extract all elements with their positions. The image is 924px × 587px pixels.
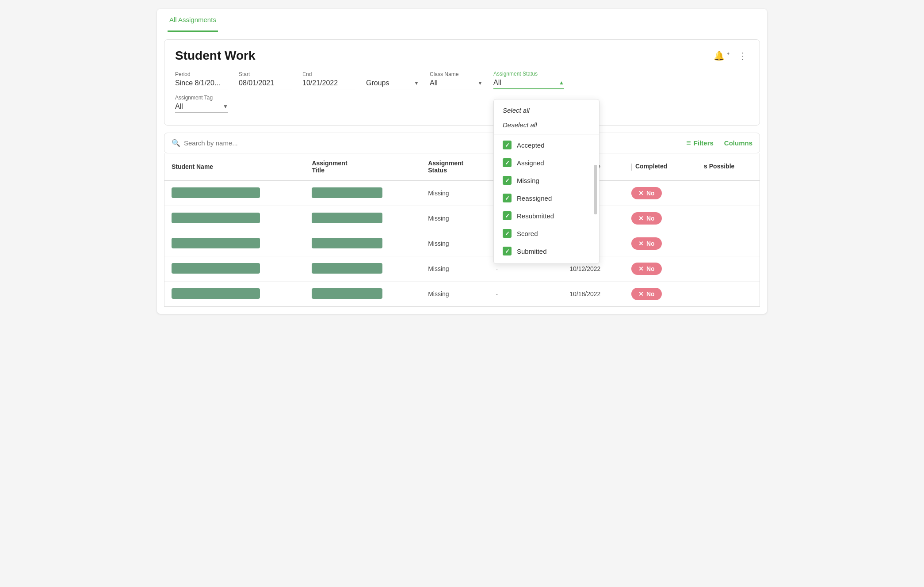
checkbox-scored[interactable] xyxy=(503,229,512,238)
no-badge: ✕ No xyxy=(631,187,662,199)
dropdown-option-reassigned[interactable]: Reassigned xyxy=(494,189,599,207)
checkbox-assigned[interactable] xyxy=(503,158,512,167)
scrollbar-track[interactable] xyxy=(594,99,597,263)
assignment-status-cell: Missing xyxy=(421,206,489,231)
class-name-chevron-icon: ▼ xyxy=(477,80,483,86)
completed-cell: ✕ No xyxy=(624,231,693,256)
points-possible-cell xyxy=(693,256,760,282)
assignment-title-cell xyxy=(305,282,421,307)
period-value: Since 8/1/20... xyxy=(175,79,228,89)
dropdown-divider xyxy=(494,134,599,134)
checkbox-accepted[interactable] xyxy=(503,141,512,149)
assignment-status-chevron-icon: ▲ xyxy=(559,80,564,86)
groups-chevron-icon: ▼ xyxy=(414,80,419,86)
scrollbar-thumb[interactable] xyxy=(594,165,597,214)
points-possible-cell xyxy=(693,180,760,206)
filter-class-name[interactable]: Class Name All ▼ xyxy=(430,71,483,89)
filters-row-2: Assignment Tag All ▼ xyxy=(175,95,749,113)
groups-label xyxy=(366,71,419,77)
assignment-title-cell xyxy=(305,206,421,231)
col-header-assignment-title: AssignmentTitle xyxy=(305,153,421,180)
filter-assignment-status[interactable]: Assignment Status All ▲ Select all Desel… xyxy=(493,71,564,89)
x-icon: ✕ xyxy=(638,190,644,197)
turned-in-at-cell: - xyxy=(489,282,563,307)
search-input-wrap: 🔍 xyxy=(172,139,676,147)
option-label-accepted: Accepted xyxy=(517,141,545,149)
no-badge: ✕ No xyxy=(631,288,662,300)
assignment-tag-value: All xyxy=(175,103,183,111)
assignment-tag-label: Assignment Tag xyxy=(175,95,228,101)
filters-row-1: Period Since 8/1/20... Start 08/01/2021 … xyxy=(175,71,749,89)
start-label: Start xyxy=(239,71,292,77)
no-badge: ✕ No xyxy=(631,263,662,275)
student-name-cell xyxy=(164,231,305,256)
assignment-title-bar xyxy=(312,187,382,198)
x-icon: ✕ xyxy=(638,265,644,272)
bell-icon-button[interactable]: 🔔 + xyxy=(712,49,731,63)
option-label-reassigned: Reassigned xyxy=(517,194,552,202)
filter-groups[interactable]: Groups ▼ xyxy=(366,71,419,89)
checkbox-reassigned[interactable] xyxy=(503,194,512,202)
assignment-title-cell xyxy=(305,231,421,256)
columns-label: Columns xyxy=(724,139,752,147)
dropdown-option-accepted[interactable]: Accepted xyxy=(494,136,599,154)
assignments-table: Student Name AssignmentTitle AssignmentS… xyxy=(164,153,760,306)
deselect-all-label: Deselect all xyxy=(503,121,537,129)
select-all-label: Select all xyxy=(503,107,530,114)
student-name-cell xyxy=(164,206,305,231)
student-name-cell xyxy=(164,282,305,307)
assignment-status-select[interactable]: All ▲ xyxy=(493,79,564,89)
table-row: Missing-9/27/2022✕ No xyxy=(164,180,760,206)
deselect-all-option[interactable]: Deselect all xyxy=(494,118,599,132)
more-icon: ⋮ xyxy=(738,51,747,61)
assignment-title-bar xyxy=(312,263,382,274)
search-input[interactable] xyxy=(184,139,676,147)
assignment-status-value: All xyxy=(493,79,501,87)
columns-button[interactable]: Columns xyxy=(724,139,752,147)
completed-cell: ✕ No xyxy=(624,256,693,282)
bell-icon: 🔔 xyxy=(714,51,725,61)
col-header-student-name: Student Name xyxy=(164,153,305,180)
more-menu-button[interactable]: ⋮ xyxy=(737,49,749,63)
dropdown-option-scored[interactable]: Scored xyxy=(494,225,599,242)
card-header: Student Work 🔔 + ⋮ xyxy=(175,49,749,63)
assignment-tag-chevron-icon: ▼ xyxy=(223,103,228,110)
assignment-title-cell xyxy=(305,256,421,282)
col-header-points-possible: s Possible xyxy=(693,153,760,180)
assignment-status-cell: Missing xyxy=(421,256,489,282)
checkbox-resubmitted[interactable] xyxy=(503,211,512,220)
assignment-title-bar xyxy=(312,238,382,248)
table-row: Missing-10/7/2022✕ No xyxy=(164,231,760,256)
checkbox-submitted[interactable] xyxy=(503,247,512,255)
filter-end: End 10/21/2022 xyxy=(302,71,355,89)
points-possible-cell xyxy=(693,282,760,307)
col-header-completed: Completed xyxy=(624,153,693,180)
checkbox-missing[interactable] xyxy=(503,176,512,185)
x-icon: ✕ xyxy=(638,290,644,297)
x-icon: ✕ xyxy=(638,215,644,222)
select-all-option[interactable]: Select all xyxy=(494,103,599,118)
dropdown-option-missing[interactable]: Missing xyxy=(494,172,599,189)
assignment-title-bar xyxy=(312,213,382,223)
assignment-title-bar xyxy=(312,288,382,299)
assignment-tag-select[interactable]: All ▼ xyxy=(175,103,228,113)
filter-assignment-tag[interactable]: Assignment Tag All ▼ xyxy=(175,95,228,113)
table-row: Missing-10/12/2022✕ No xyxy=(164,256,760,282)
groups-select[interactable]: Groups ▼ xyxy=(366,79,419,89)
assignment-status-cell: Missing xyxy=(421,231,489,256)
period-label: Period xyxy=(175,71,228,77)
option-label-missing: Missing xyxy=(517,177,539,184)
dropdown-option-assigned[interactable]: Assigned xyxy=(494,154,599,172)
class-name-select[interactable]: All ▼ xyxy=(430,79,483,89)
student-name-bar xyxy=(172,263,260,274)
filters-label: Filters xyxy=(694,139,714,147)
dropdown-option-resubmitted[interactable]: Resubmitted xyxy=(494,207,599,225)
card-title: Student Work xyxy=(175,49,255,63)
table-body: Missing-9/27/2022✕ NoMissing-10/3/2022✕ … xyxy=(164,180,760,306)
student-name-bar xyxy=(172,288,260,299)
tab-all-assignments[interactable]: All Assignments xyxy=(168,9,218,32)
dropdown-option-submitted[interactable]: Submitted xyxy=(494,242,599,260)
assignment-title-cell xyxy=(305,180,421,206)
filters-button[interactable]: ≡ Filters xyxy=(686,138,714,148)
assignment-status-cell: Missing xyxy=(421,180,489,206)
